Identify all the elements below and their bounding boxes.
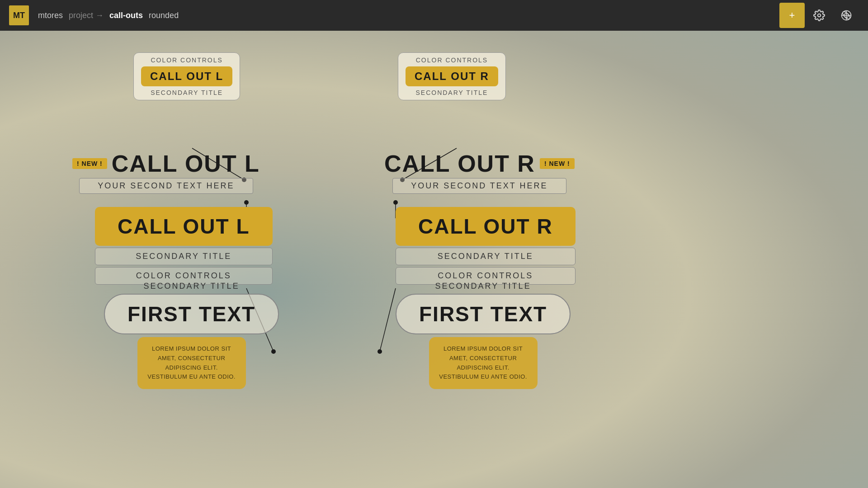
svg-point-12 xyxy=(244,200,249,205)
breadcrumb-project: mtores xyxy=(38,11,63,20)
right-medium-secondary: SECONDARY TITLE xyxy=(396,248,576,265)
left-new-badge: ! NEW ! xyxy=(72,158,107,169)
left-bottom-main: FIRST TEXT xyxy=(104,294,279,334)
right-bottom-box: SECONDARY TITLE FIRST TEXT LOREM IPSUM D… xyxy=(396,282,571,389)
right-flat-sub: YOUR SECOND TEXT HERE xyxy=(392,178,566,194)
left-bottom-label: SECONDARY TITLE xyxy=(144,282,240,291)
right-medium-callout: CALL OUT R SECONDARY TITLE COLOR CONTROL… xyxy=(396,207,576,285)
left-flat-box: ! NEW ! CALL OUT L YOUR SECOND TEXT HERE xyxy=(72,152,260,194)
right-bottom-callout: SECONDARY TITLE FIRST TEXT LOREM IPSUM D… xyxy=(396,282,571,389)
right-top-color-controls: COLOR CONTROLS xyxy=(406,56,498,64)
breadcrumb-separator: project → xyxy=(66,11,106,20)
svg-point-16 xyxy=(377,349,382,354)
right-flat-title-row: CALL OUT R ! NEW ! xyxy=(384,152,575,175)
header: MT mtores project → call-outs rounded + xyxy=(0,0,868,31)
breadcrumb-rounded: rounded xyxy=(146,11,179,20)
left-top-color-controls: COLOR CONTROLS xyxy=(141,56,232,64)
right-top-main-title: CALL OUT R xyxy=(406,66,498,86)
left-bottom-callout: SECONDARY TITLE FIRST TEXT LOREM IPSUM D… xyxy=(104,282,279,389)
canvas: COLOR CONTROLS CALL OUT L SECONDARY TITL… xyxy=(0,31,868,488)
left-flat-title-row: ! NEW ! CALL OUT L xyxy=(72,152,260,175)
right-bottom-main: FIRST TEXT xyxy=(396,294,571,334)
logo: MT xyxy=(9,5,29,25)
left-medium-callout: CALL OUT L SECONDARY TITLE COLOR CONTROL… xyxy=(95,207,273,285)
right-new-badge: ! NEW ! xyxy=(540,158,575,169)
left-top-box: COLOR CONTROLS CALL OUT L SECONDARY TITL… xyxy=(133,52,240,100)
breadcrumb: mtores project → call-outs rounded xyxy=(38,11,179,20)
left-top-main-title: CALL OUT L xyxy=(141,66,232,86)
right-lorem-box: LOREM IPSUM DOLOR SIT AMET, CONSECTETUR … xyxy=(429,337,538,389)
left-top-callout: COLOR CONTROLS CALL OUT L SECONDARY TITL… xyxy=(133,52,240,100)
svg-point-0 xyxy=(818,14,821,17)
right-medium-box: CALL OUT R SECONDARY TITLE COLOR CONTROL… xyxy=(396,207,576,285)
left-medium-box: CALL OUT L SECONDARY TITLE COLOR CONTROL… xyxy=(95,207,273,285)
left-medium-main: CALL OUT L xyxy=(95,207,273,246)
left-flat-callout: ! NEW ! CALL OUT L YOUR SECOND TEXT HERE xyxy=(72,152,260,194)
header-actions: + xyxy=(779,3,859,28)
right-top-callout: COLOR CONTROLS CALL OUT R SECONDARY TITL… xyxy=(398,52,506,100)
right-top-box: COLOR CONTROLS CALL OUT R SECONDARY TITL… xyxy=(398,52,506,100)
breadcrumb-callouts: call-outs xyxy=(109,11,143,20)
right-flat-box: CALL OUT R ! NEW ! YOUR SECOND TEXT HERE xyxy=(384,152,575,194)
svg-line-10 xyxy=(380,288,396,352)
settings-button[interactable] xyxy=(807,3,832,28)
eye-button[interactable] xyxy=(834,3,859,28)
left-medium-secondary: SECONDARY TITLE xyxy=(95,248,273,265)
right-top-secondary-title: SECONDARY TITLE xyxy=(406,89,498,96)
left-top-secondary-title: SECONDARY TITLE xyxy=(141,89,232,96)
left-lorem-box: LOREM IPSUM DOLOR SIT AMET, CONSECTETUR … xyxy=(137,337,246,389)
left-flat-main: CALL OUT L xyxy=(112,152,260,175)
right-medium-main: CALL OUT R xyxy=(396,207,576,246)
left-bottom-box: SECONDARY TITLE FIRST TEXT LOREM IPSUM D… xyxy=(104,282,279,389)
left-flat-sub: YOUR SECOND TEXT HERE xyxy=(79,178,253,194)
add-button[interactable]: + xyxy=(779,3,805,28)
svg-point-15 xyxy=(393,200,398,205)
right-flat-main: CALL OUT R xyxy=(384,152,535,175)
right-bottom-label: SECONDARY TITLE xyxy=(435,282,531,291)
right-flat-callout: CALL OUT R ! NEW ! YOUR SECOND TEXT HERE xyxy=(384,152,575,194)
